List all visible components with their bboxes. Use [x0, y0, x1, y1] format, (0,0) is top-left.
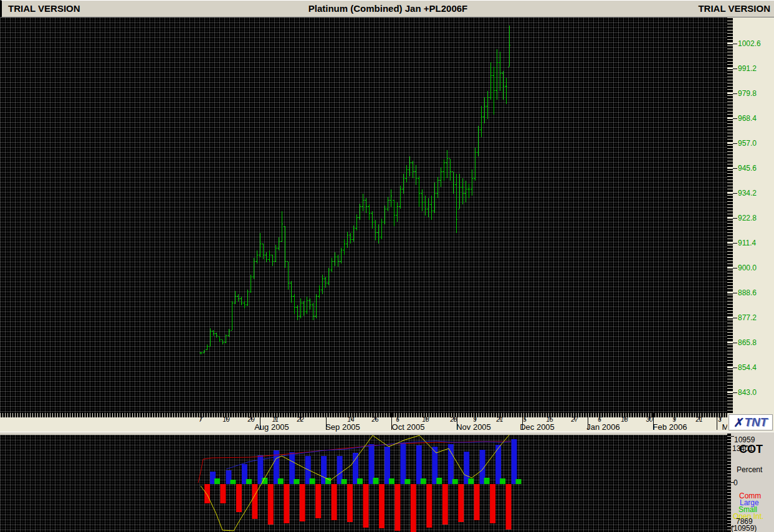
month-label: Sep 2005 [325, 422, 360, 432]
price-chart-area[interactable] [0, 17, 727, 413]
comm-bar [332, 484, 337, 520]
day-label: 19 [222, 416, 229, 423]
large-bar [448, 444, 454, 484]
large-bar [400, 443, 406, 484]
title-bar: TRIAL VERSION Platinum (Combined) Jan +P… [0, 0, 774, 17]
price-tick-major [727, 317, 733, 318]
day-label: 21 [695, 416, 702, 423]
price-tick-label: 922.8 [738, 214, 757, 222]
price-tick-label: 945.6 [738, 164, 757, 173]
cot-series [0, 435, 727, 532]
price-tick [733, 368, 737, 368]
price-tick-label: 957.0 [738, 139, 757, 148]
comm-bar [474, 484, 480, 520]
comm-bar [426, 484, 432, 528]
price-tick-label: 968.4 [738, 114, 757, 123]
trade-navigator-window: TRIAL VERSION Platinum (Combined) Jan +P… [0, 0, 774, 532]
comm-bar [506, 484, 512, 530]
date-axis[interactable]: 71929112214266182892151527618309213Aug 2… [0, 413, 727, 432]
small-bar [230, 480, 236, 484]
price-tick [733, 293, 737, 293]
month-tick [717, 413, 717, 430]
small-bar [246, 479, 252, 484]
price-tick-major [727, 342, 733, 343]
comm-bar [204, 484, 210, 503]
price-tick-major [727, 143, 733, 144]
price-tick-label: 934.2 [738, 189, 757, 197]
comm-bar [458, 484, 464, 522]
small-bar [500, 478, 505, 484]
price-tick [733, 44, 737, 44]
small-bar [436, 478, 442, 484]
cot-indicator-area[interactable] [0, 435, 727, 532]
day-label: 7 [199, 416, 203, 423]
chart-title: Platinum (Combined) Jan +PL2006F [2, 3, 774, 14]
comm-bar [347, 484, 353, 522]
cot-zero-label: 0 [733, 479, 738, 487]
price-tick [733, 218, 737, 219]
price-tick-label: 911.4 [738, 239, 756, 247]
day-label: 27 [571, 416, 578, 423]
comm-bar [252, 484, 257, 519]
date-axis-tickstrip [0, 413, 727, 417]
price-tick-major [727, 68, 733, 69]
price-tick-major [727, 217, 733, 219]
month-label: Oct 2005 [392, 422, 425, 432]
comm-bar [268, 484, 274, 525]
small-bar [484, 478, 490, 484]
price-tick [733, 143, 737, 144]
tnt-logo[interactable]: ✗ TNT [729, 414, 773, 430]
tnt-logo-icon: ✗ [733, 416, 745, 430]
cot-title: COT [739, 444, 763, 455]
small-bar [452, 479, 458, 484]
month-label: Aug 2005 [254, 422, 289, 432]
small-bar [214, 478, 220, 484]
price-tick [733, 168, 737, 169]
price-tick-label: 888.6 [738, 288, 757, 297]
price-tick-major [727, 242, 733, 244]
small-bar [278, 478, 284, 484]
cot-subtitle: Percent [737, 466, 762, 473]
price-tick [733, 318, 737, 318]
comm-bar [236, 484, 242, 512]
comm-bar [363, 484, 369, 528]
price-tick-major [727, 267, 733, 268]
price-axis-tickstrip [727, 17, 733, 413]
price-tick [733, 243, 737, 244]
comm-bar [284, 484, 289, 523]
price-tick-major [727, 392, 733, 393]
price-tick [733, 93, 737, 94]
price-axis[interactable]: 1002.6991.2979.8968.4957.0945.6934.2922.… [727, 17, 774, 413]
price-tick [733, 118, 737, 119]
small-bar [373, 478, 379, 484]
month-label: Mar 2006 [722, 422, 727, 432]
price-tick-label: 843.0 [738, 388, 757, 397]
price-series [0, 17, 727, 413]
cot-info-panel: 10959 13401 COT Percent 0 Comm Large Sma… [727, 433, 774, 532]
comm-bar [442, 484, 448, 525]
comm-bar [490, 484, 495, 523]
price-tick-label: 900.0 [738, 264, 757, 272]
price-tick-label: 1002.6 [738, 39, 761, 48]
price-tick [733, 343, 737, 343]
logo-box: ✗ TNT [727, 413, 774, 432]
day-label: 30 [646, 416, 652, 423]
price-tick-label: 865.8 [738, 338, 757, 347]
price-tick-label: 979.8 [738, 89, 757, 98]
trial-version-right: TRIAL VERSION [698, 3, 770, 14]
small-bar [421, 478, 426, 484]
price-tick-major [727, 168, 733, 169]
small-bar [342, 479, 347, 484]
price-tick-label: 854.4 [738, 363, 757, 372]
comm-bar [394, 484, 400, 531]
price-tick-label: 991.2 [738, 64, 757, 73]
month-label: Feb 2006 [653, 422, 687, 432]
large-bar [416, 445, 422, 484]
day-label: 21 [496, 416, 503, 423]
day-label: 22 [297, 416, 303, 423]
small-bar [294, 479, 299, 484]
price-tick [733, 392, 737, 393]
tnt-logo-text: TNT [744, 416, 767, 429]
price-tick-major [727, 292, 733, 293]
month-label: Nov 2005 [456, 422, 491, 432]
